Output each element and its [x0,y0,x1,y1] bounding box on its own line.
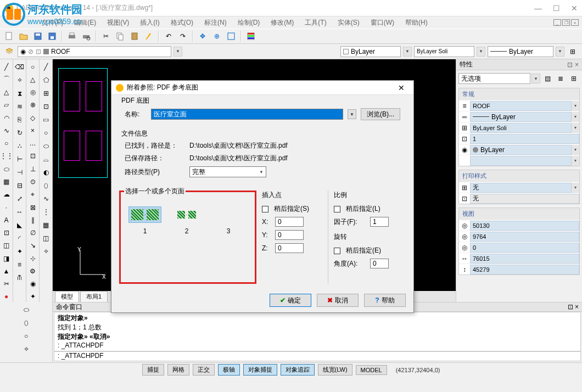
saveas-button[interactable] [46,30,58,42]
inq-area[interactable]: ⬯ [21,317,32,328]
prop-scale-value[interactable]: 1 [470,134,579,144]
menu-dimension[interactable]: 标注(N) [201,17,230,29]
zoom-button[interactable]: ⊕ [211,30,223,42]
fillet-tool[interactable]: ◜ [14,233,25,244]
rotation-later-checkbox[interactable] [334,248,340,254]
menu-view[interactable]: 视图(V) [104,17,132,29]
factor-input[interactable] [370,217,389,227]
page-thumb-2[interactable]: · [170,206,203,223]
offset-tool[interactable]: ≋ [14,101,25,112]
cmd-pin-icon[interactable]: ⊡ [568,303,573,311]
mtext-tool[interactable]: A [1,215,12,225]
hatch-tool[interactable]: ▦ [1,176,12,187]
print-button[interactable] [66,30,78,42]
erase-tool[interactable]: ⌫ [14,61,25,72]
status-snap[interactable]: 捕捉 [142,364,164,376]
snap-perp[interactable]: ⊥ [27,164,38,174]
chamfer-tool[interactable]: ◣ [14,220,25,231]
vent-11[interactable]: ∿ [41,193,52,204]
mirror-tool[interactable]: ⧗ [14,88,25,99]
point-tool[interactable]: · [1,202,12,212]
dialog-titlebar[interactable]: 附着参照: PDF 参考底图 ✕ [111,81,413,95]
prop-view-3[interactable]: 76015 [470,254,579,264]
inq-id[interactable]: ✧ [21,344,32,355]
ref-tool[interactable]: ◨ [1,253,12,264]
snap-extra2[interactable]: ✦ [27,292,38,302]
save-button[interactable] [32,30,44,42]
status-polar[interactable]: 极轴 [218,364,240,376]
annotate-tool[interactable]: ⊡ [1,227,12,238]
dock-close-icon[interactable]: × [575,61,579,69]
command-input[interactable]: : _ATTACHPDF [54,351,581,361]
vent-1[interactable]: ╱ [41,61,52,72]
mdi-restore-button[interactable]: ❐ [562,19,570,26]
menu-file[interactable]: 文件(F) [38,17,66,29]
snap-center[interactable]: ◎ [27,87,38,98]
prop-view-0[interactable]: 50130 [470,221,579,231]
prop-extra-value[interactable] [470,156,572,166]
color-combo-arrow[interactable]: ▼ [403,47,412,57]
array-tool[interactable]: ⋮⋮ [1,151,12,161]
prop-btn3[interactable]: ⊞ [568,72,580,85]
match-button[interactable] [143,30,155,42]
status-otrack[interactable]: 对象追踪 [281,364,315,376]
color-combo[interactable]: ByLayer [340,46,401,57]
menu-entity[interactable]: 实体(S) [334,17,363,29]
arc-tool[interactable]: ◠ [1,113,12,123]
vent-12[interactable]: ⋮ [41,206,52,217]
inq-mass[interactable]: ○ [21,331,32,341]
pan-button[interactable]: ✥ [197,30,209,42]
menu-modify[interactable]: 修改(M) [267,17,297,29]
vent-14[interactable]: ◫ [41,233,52,244]
trim-tool[interactable]: ⊢ [14,154,25,165]
mdi-close-button[interactable]: × [571,19,579,26]
snap-app[interactable]: ⊠ [27,202,38,212]
layer-combo[interactable]: ◉ ⊘ ⊡ ROOF [18,46,171,57]
move-tool[interactable]: ✧ [14,75,25,86]
status-osnap[interactable]: 对象捕捉 [243,364,277,376]
block-tool[interactable]: ◫ [1,240,12,251]
lineweight-combo[interactable]: ByLayer [488,46,553,57]
status-lwt[interactable]: 线宽(LW) [318,364,352,376]
pathtype-select[interactable]: 完整 ▼ [189,166,266,177]
layer-manager-button[interactable] [3,46,15,58]
image-tool[interactable]: ▲ [1,266,12,276]
prop-ltscale-value[interactable]: ByLayer Soli [470,123,572,133]
cmd-close-icon[interactable]: × [575,303,579,311]
rectangle-tool[interactable]: ▱ [1,100,12,110]
menu-help[interactable]: 帮助(H) [402,17,431,29]
array-tool2[interactable]: ∴ [14,141,25,152]
new-button[interactable] [3,30,15,42]
snap-none[interactable]: ∅ [27,227,38,238]
lineweight-settings-button[interactable]: ⊞ [567,46,579,58]
y-input[interactable] [275,230,304,240]
prop-plotstyle1[interactable]: 无 [470,183,572,193]
vent-15[interactable]: ✧ [41,246,52,257]
vent-2[interactable]: ⬠ [41,75,52,86]
prop-btn1[interactable]: ▤ [541,72,553,85]
status-ortho[interactable]: 正交 [193,364,215,376]
vent-9[interactable]: ◐ [41,167,52,178]
tab-layout1[interactable]: 布局1 [80,291,108,302]
scissors-tool[interactable]: ✂ [1,279,12,289]
prop-arrow[interactable]: ▾ [572,101,579,111]
linetype-combo[interactable]: ByLayer Soli [414,46,474,57]
vent-5[interactable]: ▭ [41,114,52,125]
stretch-tool[interactable]: ↔ [14,206,25,217]
paste-button[interactable] [128,30,141,42]
ok-button[interactable]: ✔确定 [270,294,311,307]
scale-tool[interactable]: ⤢ [14,193,25,204]
maximize-button[interactable]: ☐ [553,4,560,13]
selection-combo-arrow[interactable]: ▼ [531,74,540,83]
cancel-button[interactable]: ✖取消 [317,294,359,307]
align-tool[interactable]: ≡ [14,259,25,270]
scale-later-checkbox[interactable] [334,206,340,212]
tab-model[interactable]: 模型 [55,291,79,302]
snap-node[interactable]: ⊗ [27,100,38,110]
snap-track[interactable]: ⊹ [27,253,38,264]
dialog-close-button[interactable]: ✕ [394,82,409,93]
angle-input[interactable] [370,259,389,268]
color-tool[interactable]: ● [1,292,12,302]
snap-from[interactable]: ↘ [27,240,38,251]
menu-window[interactable]: 窗口(W) [367,17,398,29]
